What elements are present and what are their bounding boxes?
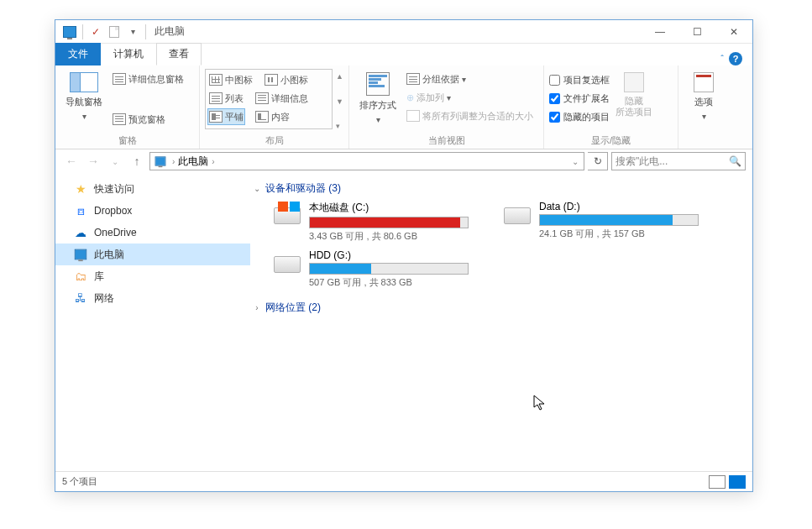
history-dropdown[interactable]: ⌄ <box>106 152 124 170</box>
sidebar-item-3[interactable]: 此电脑 <box>55 244 250 265</box>
options-icon <box>694 72 714 92</box>
layout-tiles[interactable]: 平铺 <box>207 108 245 125</box>
refresh-button[interactable]: ↻ <box>588 152 608 170</box>
options-button[interactable]: 选项 ▾ <box>684 69 724 121</box>
close-button[interactable]: ✕ <box>715 20 752 44</box>
gallery-down-icon[interactable]: ▼ <box>336 97 343 106</box>
forward-button[interactable]: → <box>84 152 102 170</box>
preview-pane-button[interactable]: 预览窗格 <box>111 111 186 128</box>
search-icon: 🔍 <box>729 155 741 167</box>
nav-pane-icon <box>70 72 98 92</box>
properties-icon[interactable]: ✓ <box>86 23 105 41</box>
view-details-icon[interactable] <box>709 475 726 489</box>
checkbox-file-ext[interactable]: 文件扩展名 <box>549 91 610 106</box>
section-devices[interactable]: ⌄ 设备和驱动器 (3) <box>250 178 752 201</box>
drive-item-2[interactable]: HDD (G:)507 GB 可用 , 共 833 GB <box>272 249 482 289</box>
chevron-down-icon: ▾ <box>82 112 86 121</box>
up-button[interactable]: ↑ <box>128 152 146 170</box>
sidebar-item-0[interactable]: ★快速访问 <box>55 178 250 200</box>
autosize-icon <box>406 110 420 122</box>
details-info-pane-button[interactable]: 详细信息窗格 <box>111 71 186 87</box>
content-pane: ⌄ 设备和驱动器 (3) 本地磁盘 (C:)3.43 GB 可用 , 共 80.… <box>250 173 752 471</box>
view-tiles-icon[interactable] <box>729 475 746 489</box>
divider <box>82 24 83 39</box>
status-item-count: 5 个项目 <box>62 475 97 488</box>
breadcrumb-separator-icon[interactable]: › <box>170 157 176 166</box>
hide-selected-button: 隐藏 所选项目 <box>613 69 655 118</box>
search-input[interactable]: 搜索"此电... 🔍 <box>611 152 746 170</box>
nav-sidebar: ★快速访问⧈Dropbox☁OneDrive此电脑🗂库🖧网络 <box>55 173 250 471</box>
qat-dropdown-icon[interactable]: ▾ <box>123 23 142 41</box>
gallery-up-icon[interactable]: ▲ <box>336 72 343 81</box>
maximize-button[interactable]: ☐ <box>678 20 715 44</box>
drive-item-1[interactable]: Data (D:)24.1 GB 可用 , 共 157 GB <box>502 201 712 243</box>
checkbox-hidden-items[interactable]: 隐藏的项目 <box>549 109 610 124</box>
window-title: 此电脑 <box>155 24 185 39</box>
ribbon-tabs: 文件 计算机 查看 ˆ ? <box>55 44 752 65</box>
group-icon <box>406 73 420 85</box>
ribbon-collapse-icon[interactable]: ˆ <box>720 54 724 64</box>
grid-icon <box>209 74 223 86</box>
new-folder-icon[interactable] <box>105 23 123 41</box>
back-button[interactable]: ← <box>62 152 81 170</box>
sidebar-item-5[interactable]: 🖧网络 <box>55 287 250 309</box>
section-devices-label: 设备和驱动器 (3) <box>265 181 341 196</box>
layout-small-icons[interactable]: 小图标 <box>263 71 310 88</box>
ribbon-group-layout: 中图标 小图标 列表 详细信息 平铺 内容 ▲ ▼ ▾ <box>200 65 349 149</box>
explorer-window: ✓ ▾ 此电脑 — ☐ ✕ 文件 计算机 查看 ˆ ? 导航窗格 ▾ <box>55 19 753 492</box>
ribbon-group-currentview: 排序方式 ▾ 分组依据▾ ⊕添加列▾ 将所有列调整为合适的大小 当前视图 <box>349 65 544 149</box>
nav-pane-button[interactable]: 导航窗格 ▾ <box>60 69 107 121</box>
sidebar-item-label: 网络 <box>94 291 114 306</box>
layout-details[interactable]: 详细信息 <box>254 90 310 107</box>
section-network[interactable]: › 网络位置 (2) <box>250 297 752 320</box>
sidebar-item-2[interactable]: ☁OneDrive <box>55 222 250 244</box>
layout-content[interactable]: 内容 <box>254 108 291 125</box>
collapse-icon: › <box>252 303 262 312</box>
drive-stat: 507 GB 可用 , 共 833 GB <box>309 276 482 289</box>
sidebar-item-label: 快速访问 <box>94 182 134 196</box>
layout-list[interactable]: 列表 <box>207 90 245 107</box>
ribbon-group-label: 显示/隐藏 <box>549 134 673 149</box>
window-controls: — ☐ ✕ <box>642 20 752 44</box>
drive-item-0[interactable]: 本地磁盘 (C:)3.43 GB 可用 , 共 80.6 GB <box>272 201 482 243</box>
small-icon <box>265 74 278 86</box>
chevron-down-icon: ▾ <box>376 115 380 124</box>
star-icon: ★ <box>74 182 87 196</box>
breadcrumb-separator-icon[interactable]: › <box>210 157 216 166</box>
address-dropdown-icon[interactable]: ⌄ <box>572 157 582 166</box>
address-bar-row: ← → ⌄ ↑ › 此电脑 › ⌄ ↻ 搜索"此电... 🔍 <box>55 149 752 173</box>
sort-by-button[interactable]: 排序方式 ▾ <box>354 69 401 124</box>
breadcrumb-location[interactable]: 此电脑 <box>178 155 208 169</box>
sidebar-item-1[interactable]: ⧈Dropbox <box>55 200 250 222</box>
address-bar[interactable]: › 此电脑 › ⌄ <box>149 152 584 170</box>
layout-medium-icons[interactable]: 中图标 <box>207 71 254 88</box>
layout-gallery[interactable]: 中图标 小图标 列表 详细信息 平铺 内容 <box>205 69 333 129</box>
sidebar-item-label: OneDrive <box>94 227 137 238</box>
ribbon-group-label: 当前视图 <box>354 134 538 149</box>
group-by-button[interactable]: 分组依据▾ <box>405 71 535 87</box>
content-icon <box>255 111 269 123</box>
help-icon[interactable]: ? <box>729 52 742 65</box>
minimize-button[interactable]: — <box>642 20 678 44</box>
sidebar-item-label: 此电脑 <box>94 248 124 262</box>
tab-file[interactable]: 文件 <box>55 43 101 65</box>
pc-icon <box>60 23 79 41</box>
pc-icon <box>155 156 166 165</box>
ribbon-group-label: 布局 <box>205 134 343 149</box>
drive-usage-bar <box>309 263 469 275</box>
tab-view[interactable]: 查看 <box>156 43 202 65</box>
ribbon: 导航窗格 ▾ 详细信息窗格 预览窗格 窗格 <box>55 65 752 149</box>
gallery-more-icon[interactable]: ▾ <box>336 122 343 130</box>
checkbox-item-checkboxes[interactable]: 项目复选框 <box>549 72 610 87</box>
tab-computer[interactable]: 计算机 <box>101 43 156 65</box>
lib-icon: 🗂 <box>74 270 87 283</box>
tiles-icon <box>209 111 223 123</box>
explorer-body: ★快速访问⧈Dropbox☁OneDrive此电脑🗂库🖧网络 ⌄ 设备和驱动器 … <box>55 173 752 471</box>
drives-list: 本地磁盘 (C:)3.43 GB 可用 , 共 80.6 GBData (D:)… <box>250 201 752 289</box>
sidebar-item-4[interactable]: 🗂库 <box>55 265 250 287</box>
drive-icon <box>272 249 302 280</box>
pc-icon <box>74 248 87 261</box>
drive-stat: 3.43 GB 可用 , 共 80.6 GB <box>309 230 482 243</box>
drive-icon <box>502 201 532 231</box>
sort-icon <box>366 72 390 96</box>
